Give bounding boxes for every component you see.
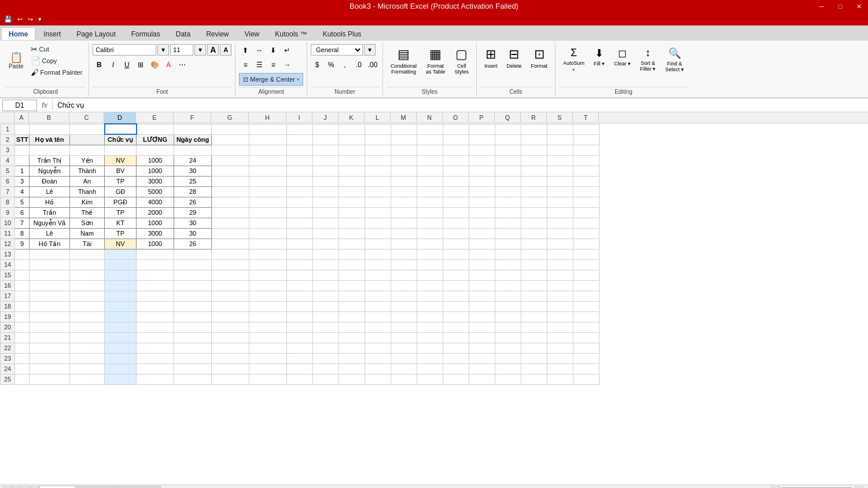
list-item[interactable] xyxy=(443,249,469,259)
list-item[interactable]: 1000 xyxy=(137,239,174,249)
row-header-15[interactable]: 15 xyxy=(1,270,15,280)
col-header-t[interactable]: T xyxy=(573,112,599,123)
list-item[interactable] xyxy=(417,364,443,374)
list-item[interactable] xyxy=(417,155,443,166)
list-item[interactable] xyxy=(521,270,547,280)
list-item[interactable] xyxy=(30,124,70,134)
list-item[interactable]: Hồ xyxy=(30,197,70,207)
list-item[interactable] xyxy=(313,176,339,186)
list-item[interactable] xyxy=(417,353,443,364)
list-item[interactable] xyxy=(573,166,599,176)
list-item[interactable] xyxy=(391,249,417,259)
list-item[interactable] xyxy=(249,134,287,145)
list-item[interactable] xyxy=(212,259,249,270)
col-header-k[interactable]: K xyxy=(339,112,365,123)
list-item[interactable] xyxy=(521,364,547,374)
cut-button[interactable]: ✂ Cut xyxy=(28,44,86,54)
list-item[interactable] xyxy=(287,249,313,259)
list-item[interactable]: 1000 xyxy=(137,155,174,166)
row-header-9[interactable]: 9 xyxy=(1,207,15,218)
autosum-button[interactable]: Σ AutoSum ▾ xyxy=(559,44,589,75)
list-item[interactable] xyxy=(287,311,313,322)
list-item[interactable] xyxy=(573,186,599,197)
list-item[interactable] xyxy=(521,124,547,134)
list-item[interactable] xyxy=(443,166,469,176)
list-item[interactable] xyxy=(15,270,30,280)
list-item[interactable]: LƯƠNG xyxy=(137,134,174,145)
list-item[interactable] xyxy=(30,374,70,384)
list-item[interactable] xyxy=(443,155,469,166)
list-item[interactable] xyxy=(30,301,70,311)
list-item[interactable] xyxy=(30,259,70,270)
list-item[interactable] xyxy=(547,218,573,228)
list-item[interactable] xyxy=(70,301,105,311)
list-item[interactable] xyxy=(212,239,249,249)
list-item[interactable] xyxy=(365,134,391,145)
list-item[interactable] xyxy=(174,270,212,280)
list-item[interactable] xyxy=(365,218,391,228)
list-item[interactable] xyxy=(212,291,249,301)
list-item[interactable] xyxy=(339,239,365,249)
list-item[interactable] xyxy=(443,176,469,186)
list-item[interactable] xyxy=(212,311,249,322)
list-item[interactable] xyxy=(573,259,599,270)
list-item[interactable] xyxy=(417,280,443,291)
list-item[interactable] xyxy=(547,343,573,353)
list-item[interactable] xyxy=(469,353,495,364)
list-item[interactable] xyxy=(15,280,30,291)
list-item[interactable] xyxy=(212,374,249,384)
list-item[interactable] xyxy=(391,218,417,228)
format-painter-button[interactable]: 🖌 Format Painter xyxy=(28,67,86,78)
list-item[interactable] xyxy=(137,364,174,374)
col-header-c[interactable]: C xyxy=(69,112,104,123)
list-item[interactable] xyxy=(339,207,365,218)
tab-formulas[interactable]: Formulas xyxy=(124,27,168,40)
tab-review[interactable]: Review xyxy=(198,27,236,40)
list-item[interactable]: Nguyễn Vă xyxy=(30,218,70,228)
list-item[interactable] xyxy=(339,134,365,145)
list-item[interactable] xyxy=(105,364,137,374)
cell-reference-box[interactable] xyxy=(2,100,37,111)
list-item[interactable]: 24 xyxy=(174,155,212,166)
list-item[interactable] xyxy=(469,364,495,374)
grid-scroll-area[interactable]: A B C D E F G H I J K L M N O P Q R S T … xyxy=(0,112,868,485)
bold-button[interactable]: B xyxy=(93,58,105,71)
list-item[interactable] xyxy=(443,124,469,134)
list-item[interactable] xyxy=(249,280,287,291)
list-item[interactable] xyxy=(521,166,547,176)
list-item[interactable] xyxy=(573,197,599,207)
list-item[interactable]: Nguyễn xyxy=(30,166,70,176)
left-align-button[interactable]: ≡ xyxy=(239,58,252,71)
list-item[interactable] xyxy=(313,124,339,134)
list-item[interactable] xyxy=(287,364,313,374)
font-name-dropdown[interactable]: ▾ xyxy=(157,44,169,56)
list-item[interactable] xyxy=(249,374,287,384)
list-item[interactable] xyxy=(249,166,287,176)
list-item[interactable] xyxy=(249,259,287,270)
list-item[interactable] xyxy=(287,218,313,228)
list-item[interactable] xyxy=(547,186,573,197)
list-item[interactable] xyxy=(495,353,521,364)
list-item[interactable] xyxy=(495,291,521,301)
sheet-tab-1[interactable]: Sheet1 xyxy=(39,486,75,489)
format-cells-button[interactable]: ⊡ Format xyxy=(527,44,551,72)
list-item[interactable] xyxy=(573,176,599,186)
list-item[interactable] xyxy=(339,291,365,301)
list-item[interactable] xyxy=(137,301,174,311)
list-item[interactable] xyxy=(469,228,495,239)
list-item[interactable] xyxy=(417,291,443,301)
find-select-button[interactable]: 🔍 Find &Select ▾ xyxy=(661,44,688,75)
list-item[interactable] xyxy=(521,280,547,291)
list-item[interactable] xyxy=(547,311,573,322)
list-item[interactable]: 8 xyxy=(15,228,30,239)
list-item[interactable] xyxy=(365,145,391,155)
list-item[interactable] xyxy=(105,332,137,343)
list-item[interactable] xyxy=(547,322,573,332)
list-item[interactable] xyxy=(417,218,443,228)
list-item[interactable] xyxy=(212,155,249,166)
decrease-decimal-btn[interactable]: .00 xyxy=(366,58,379,71)
list-item[interactable] xyxy=(443,134,469,145)
list-item[interactable] xyxy=(547,259,573,270)
list-item[interactable] xyxy=(573,218,599,228)
middle-align-button[interactable]: ↔ xyxy=(253,44,266,57)
